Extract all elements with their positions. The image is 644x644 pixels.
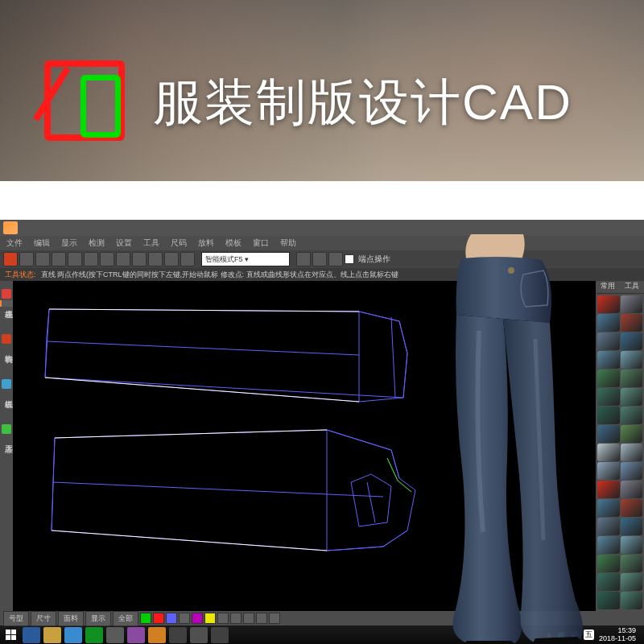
toolbar-button[interactable]	[164, 252, 179, 266]
palette-tool[interactable]	[621, 388, 643, 406]
menu-file[interactable]: 文件	[6, 237, 23, 249]
palette-tool[interactable]	[597, 369, 620, 387]
palette-tool[interactable]	[597, 351, 620, 369]
bottom-tab-display[interactable]: 显示	[85, 611, 111, 626]
palette-tool[interactable]	[597, 444, 620, 461]
palette-tool[interactable]	[597, 314, 620, 332]
tray-icon[interactable]: ⬤	[557, 631, 565, 639]
ime-icon[interactable]: 五	[584, 630, 594, 640]
palette-tool[interactable]	[597, 592, 620, 609]
system-tray[interactable]: ∧ ⬤ 🔊 五 15:39 2018-11-05	[547, 627, 636, 643]
menu-size[interactable]: 尺码	[171, 237, 187, 249]
bottom-tab-fabric[interactable]: 面料	[58, 611, 84, 626]
toolbar-button[interactable]	[68, 252, 82, 266]
toolbar-button[interactable]	[328, 252, 343, 266]
color-swatch[interactable]	[230, 613, 242, 624]
color-swatch-red[interactable]	[153, 613, 164, 624]
palette-tool[interactable]	[597, 499, 620, 517]
taskbar-icon[interactable]	[106, 627, 124, 643]
taskbar-icon[interactable]	[23, 627, 40, 643]
toolbar-button[interactable]	[180, 252, 195, 266]
menu-inspect[interactable]: 检测	[89, 237, 105, 249]
palette-tool[interactable]	[621, 481, 643, 498]
start-button[interactable]	[3, 627, 19, 643]
palette-tool[interactable]	[621, 369, 643, 387]
palette-tool[interactable]	[621, 573, 643, 591]
palette-tool[interactable]	[621, 407, 643, 424]
color-swatch-magenta[interactable]	[192, 613, 203, 624]
endpoint-checkbox[interactable]	[345, 254, 354, 264]
toolbar-button[interactable]	[116, 252, 130, 266]
palette-tool[interactable]	[597, 536, 620, 554]
taskbar-icon[interactable]	[211, 627, 229, 643]
toolbar-button[interactable]	[19, 252, 34, 266]
tray-icon[interactable]: 🔊	[570, 631, 579, 639]
toolbar-button[interactable]	[84, 252, 98, 266]
color-swatch[interactable]	[217, 613, 229, 624]
menu-settings[interactable]: 设置	[116, 237, 132, 249]
color-swatch-blue[interactable]	[166, 613, 177, 624]
palette-tool[interactable]	[597, 518, 620, 535]
palette-tool[interactable]	[621, 425, 643, 443]
taskbar-icon[interactable]	[169, 627, 187, 643]
color-swatch[interactable]	[256, 613, 267, 624]
menu-window[interactable]: 窗口	[253, 237, 269, 249]
color-swatch-gray[interactable]	[179, 613, 190, 624]
menu-edit[interactable]: 编辑	[34, 237, 50, 249]
color-swatch-green[interactable]	[140, 613, 151, 624]
menu-help[interactable]: 帮助	[280, 237, 296, 249]
toolbar-button[interactable]	[312, 252, 327, 266]
mode-dropdown[interactable]: 智能模式F5 ▾	[201, 252, 290, 266]
toolbar-button[interactable]	[132, 252, 147, 266]
palette-tool[interactable]	[597, 388, 620, 406]
taskbar-icon[interactable]	[64, 627, 82, 643]
toolbar-button[interactable]	[35, 252, 50, 266]
menu-template[interactable]: 模板	[225, 237, 242, 249]
color-swatch-yellow[interactable]	[204, 613, 216, 624]
titlebar[interactable]	[0, 220, 644, 236]
taskbar-icon[interactable]	[43, 627, 61, 643]
left-panel: 规格表 物料表 纸样表 工序表	[0, 281, 13, 611]
menu-tools[interactable]: 工具	[143, 237, 159, 249]
color-swatch[interactable]	[243, 613, 254, 624]
palette-tool[interactable]	[597, 481, 620, 498]
toolbar-button[interactable]	[3, 252, 18, 266]
menu-view[interactable]: 显示	[61, 237, 77, 249]
palette-tab-tools[interactable]: 工具	[620, 281, 644, 293]
palette-tool[interactable]	[621, 499, 643, 517]
taskbar-icon[interactable]	[127, 627, 145, 643]
palette-tab-common[interactable]: 常用	[596, 281, 620, 293]
palette-tool[interactable]	[597, 573, 620, 591]
bottom-tab-size[interactable]: 号型	[3, 611, 29, 626]
palette-tool[interactable]	[621, 444, 643, 461]
toolbar-button[interactable]	[52, 252, 66, 266]
palette-tool[interactable]	[621, 462, 643, 480]
palette-tool[interactable]	[621, 536, 643, 554]
palette-tool[interactable]	[597, 332, 620, 350]
palette-tool[interactable]	[597, 407, 620, 424]
bottom-tab-dim[interactable]: 尺寸	[31, 611, 56, 626]
palette-tool[interactable]	[597, 462, 620, 480]
palette-tool[interactable]	[621, 351, 643, 369]
palette-tool[interactable]	[621, 314, 643, 332]
palette-tool[interactable]	[597, 425, 620, 443]
color-swatch[interactable]	[269, 613, 280, 624]
taskbar-icon[interactable]	[190, 627, 208, 643]
toolbar-button[interactable]	[148, 252, 163, 266]
palette-tool[interactable]	[621, 555, 643, 572]
drawing-canvas[interactable]	[13, 281, 596, 611]
palette-tool[interactable]	[621, 332, 643, 350]
bottom-tab-all[interactable]: 全部	[113, 611, 138, 626]
toolbar-button[interactable]	[296, 252, 311, 266]
taskbar-icon[interactable]	[148, 627, 166, 643]
menu-material[interactable]: 放料	[198, 237, 214, 249]
palette-tool[interactable]	[597, 295, 620, 313]
palette-tool[interactable]	[621, 518, 643, 535]
palette-tool[interactable]	[621, 295, 643, 313]
palette-tool[interactable]	[621, 592, 643, 609]
tray-icon[interactable]: ∧	[547, 631, 552, 639]
clock[interactable]: 15:39 2018-11-05	[599, 627, 636, 643]
toolbar-button[interactable]	[100, 252, 114, 266]
palette-tool[interactable]	[597, 555, 620, 572]
taskbar-icon[interactable]	[85, 627, 103, 643]
